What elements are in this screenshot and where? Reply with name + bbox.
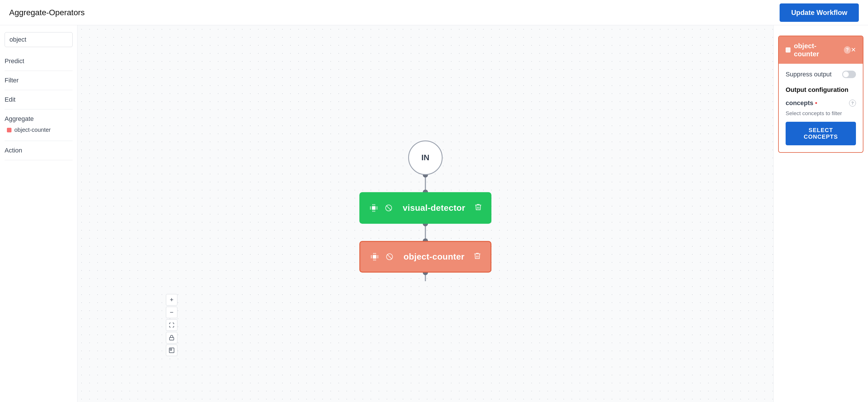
workflow-canvas[interactable]: IN visual-detector — [78, 25, 773, 402]
sidebar-section-aggregate: Aggregate object-counter — [5, 110, 73, 141]
zoom-controls: + − — [166, 294, 177, 356]
toggle-thumb — [843, 71, 849, 77]
update-workflow-button[interactable]: Update Workflow — [780, 3, 859, 22]
connector-bottom — [425, 273, 426, 281]
panel-header: object-counter ? ✕ — [779, 36, 863, 64]
search-input[interactable] — [5, 32, 73, 47]
panel-title: object-counter — [794, 42, 838, 58]
sidebar-item-action[interactable]: Action — [5, 146, 73, 155]
sidebar-item-filter[interactable]: Filter — [5, 75, 73, 85]
object-counter-dot — [7, 128, 11, 132]
zoom-in-button[interactable]: + — [166, 294, 177, 306]
visual-detector-label: visual-detector — [394, 203, 474, 213]
select-concepts-button[interactable]: SELECT CONCEPTS — [786, 122, 856, 145]
chip-icon-1 — [369, 203, 379, 213]
panel-help-icon[interactable]: ? — [844, 46, 851, 54]
suppress-output-label: Suppress output — [786, 71, 832, 78]
right-panel: object-counter ? ✕ Suppress output Outpu… — [773, 25, 868, 402]
svg-rect-8 — [170, 349, 172, 350]
sidebar: Predict Filter Edit Aggregate object-cou… — [0, 25, 78, 402]
sidebar-section-action: Action — [5, 141, 73, 160]
sidebar-section-filter: Filter — [5, 71, 73, 90]
fit-view-button[interactable] — [166, 319, 177, 331]
visual-detector-node[interactable]: visual-detector — [360, 192, 491, 224]
sidebar-section-edit: Edit — [5, 90, 73, 110]
suppress-output-toggle[interactable] — [842, 71, 856, 78]
in-node[interactable]: IN — [408, 141, 443, 175]
panel-header-dot — [786, 48, 790, 53]
in-node-label: IN — [422, 153, 429, 162]
trash-icon-2[interactable] — [473, 252, 482, 262]
cancel-icon-1 — [383, 203, 394, 213]
concepts-row: concepts • ? — [786, 99, 856, 107]
main-layout: Predict Filter Edit Aggregate object-cou… — [0, 25, 868, 402]
connector-line-2 — [425, 224, 426, 241]
header: Aggregate-Operators Update Workflow — [0, 0, 868, 25]
page-title: Aggregate-Operators — [9, 8, 85, 17]
panel-body: Suppress output Output configuration con… — [779, 64, 863, 152]
sidebar-item-object-counter[interactable]: object-counter — [5, 124, 73, 136]
sidebar-item-object-counter-label: object-counter — [14, 127, 51, 133]
sidebar-item-predict[interactable]: Predict — [5, 56, 73, 66]
concepts-label-text: concepts — [786, 99, 813, 107]
svg-rect-6 — [169, 337, 174, 340]
zoom-out-button[interactable]: − — [166, 307, 177, 318]
sidebar-section-predict: Predict — [5, 52, 73, 71]
concepts-sublabel: Select concepts to filter — [786, 110, 856, 117]
workflow-nodes: IN visual-detector — [360, 141, 491, 281]
trash-icon-1[interactable] — [474, 203, 482, 213]
object-counter-node[interactable]: object-counter — [360, 241, 491, 273]
concepts-label-row: concepts • ? — [786, 99, 856, 107]
panel-header-left: object-counter ? — [786, 42, 851, 58]
concepts-help-icon[interactable]: ? — [849, 100, 856, 106]
sidebar-item-edit[interactable]: Edit — [5, 95, 73, 104]
object-counter-label: object-counter — [395, 252, 473, 261]
cancel-icon-2 — [384, 251, 395, 262]
panel-inner: object-counter ? ✕ Suppress output Outpu… — [778, 36, 863, 153]
svg-rect-3 — [373, 255, 377, 259]
svg-line-5 — [387, 254, 392, 259]
node-icons-left-1 — [369, 203, 394, 213]
connector-line-1 — [425, 175, 426, 192]
minimap-button[interactable] — [166, 345, 177, 356]
lock-button[interactable] — [166, 332, 177, 343]
svg-rect-0 — [372, 206, 376, 210]
sidebar-item-aggregate[interactable]: Aggregate — [5, 114, 73, 124]
output-config-title: Output configuration — [786, 86, 856, 94]
svg-line-2 — [386, 206, 391, 211]
chip-icon-2 — [369, 251, 380, 262]
panel-close-button[interactable]: ✕ — [851, 46, 856, 54]
node-icons-left-2 — [369, 251, 395, 262]
required-indicator: • — [815, 99, 817, 107]
suppress-output-row: Suppress output — [786, 71, 856, 78]
